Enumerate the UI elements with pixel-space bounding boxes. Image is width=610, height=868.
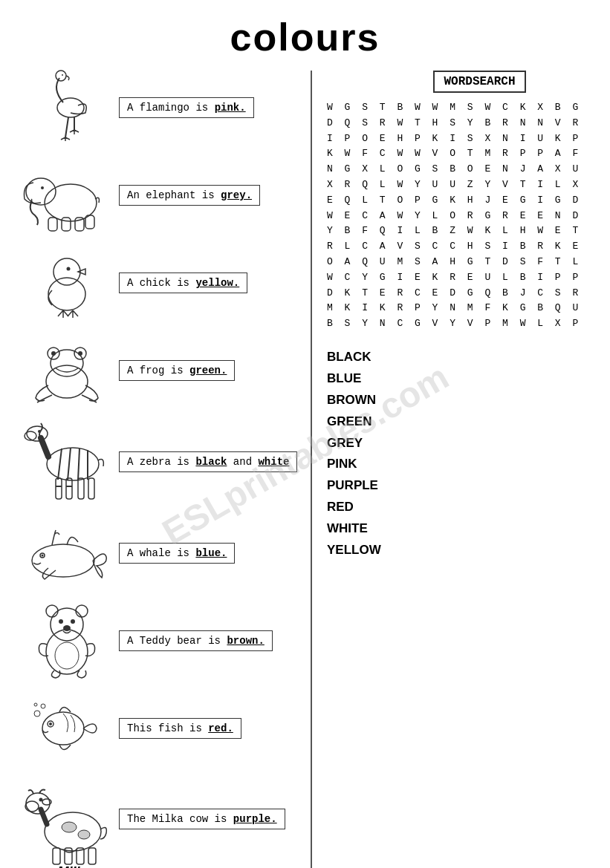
word-list-item: PURPLE [327, 475, 588, 497]
cow-label: The Milka cow is purple. [119, 809, 285, 829]
svg-point-45 [63, 625, 71, 631]
animal-row-zebra: A zebra is black and white [22, 421, 303, 503]
svg-rect-31 [78, 478, 84, 499]
frog-label-text: A frog is green. [127, 365, 227, 376]
word-list-item: BLUE [327, 368, 588, 390]
page-title: colours [22, 15, 588, 59]
word-list-item: BROWN [327, 390, 588, 411]
wordsearch-grid: W G S T B W W M S W C K X B GD Q S R W T… [327, 100, 588, 332]
svg-point-7 [41, 186, 44, 189]
svg-line-23 [68, 448, 71, 480]
flamingo-label-text: A flamingo is pink. [127, 102, 246, 114]
bear-label-text: A Teddy bear is brown. [127, 635, 265, 647]
bear-label: A Teddy bear is brown. [119, 630, 273, 651]
svg-point-41 [46, 605, 58, 617]
svg-point-48 [49, 722, 52, 725]
word-list-item: WHITE [327, 518, 588, 540]
whale-label-text: A whale is blue. [127, 547, 227, 559]
cow-image [22, 786, 111, 868]
cow-label-text: The Milka cow is purple. [127, 813, 277, 825]
svg-point-42 [76, 605, 88, 617]
svg-line-24 [78, 448, 80, 480]
zebra-image [22, 425, 111, 499]
svg-point-13 [53, 258, 80, 285]
svg-point-40 [51, 608, 83, 641]
chick-image [22, 246, 111, 320]
frog-image [22, 333, 111, 408]
word-list: BLACKBLUEBROWNGREENGREYPINKPURPLEREDWHIT… [327, 347, 588, 561]
animal-row-frog: A frog is green. [22, 333, 303, 408]
svg-rect-29 [56, 478, 62, 499]
left-panel: A flamingo is pink. [22, 71, 312, 868]
svg-point-20 [78, 351, 82, 356]
svg-point-56 [25, 801, 39, 812]
svg-point-19 [51, 351, 56, 356]
fish-label: This fish is red. [119, 718, 241, 739]
word-list-item: RED [327, 497, 588, 518]
animal-row-cow: Milka The Milka cow is purple. [22, 779, 303, 868]
animal-row-bear: A Teddy bear is brown. [22, 604, 303, 678]
svg-point-39 [55, 642, 79, 669]
fish-image [22, 691, 111, 766]
animal-row-whale: A whale is blue. [22, 516, 303, 590]
milka-label: Milka [57, 864, 91, 868]
zebra-label: A zebra is black and white [119, 451, 297, 472]
svg-rect-62 [88, 848, 96, 864]
elephant-label-text: An elephant is grey. [127, 189, 252, 201]
svg-rect-59 [53, 848, 60, 864]
word-list-item: GREY [327, 433, 588, 454]
svg-point-21 [47, 448, 99, 480]
svg-point-43 [59, 619, 63, 624]
fish-label-text: This fish is red. [127, 722, 233, 734]
animal-row-chick: A chick is yellow. [22, 246, 303, 320]
svg-point-2 [62, 74, 63, 76]
svg-point-51 [34, 703, 37, 706]
right-panel: WORDSEARCH W G S T B W W M S W C K X B G… [312, 71, 588, 868]
wordsearch-title: WORDSEARCH [433, 71, 525, 93]
animal-row-fish: This fish is red. [22, 691, 303, 766]
zebra-label-text: A zebra is black and white [127, 456, 289, 468]
chick-label: A chick is yellow. [119, 273, 247, 293]
svg-point-50 [41, 704, 45, 708]
svg-line-3 [65, 117, 68, 137]
svg-point-26 [27, 426, 48, 441]
elephant-label: An elephant is grey. [119, 185, 260, 206]
svg-point-12 [48, 278, 85, 310]
word-list-item: PINK [327, 454, 588, 475]
bear-image [22, 604, 111, 678]
svg-point-53 [62, 822, 77, 832]
frog-label: A frog is green. [119, 360, 235, 381]
svg-point-37 [42, 555, 44, 557]
page: ESLprintables.com colours [0, 0, 610, 868]
word-list-item: YELLOW [327, 540, 588, 561]
flamingo-label: A flamingo is pink. [119, 97, 254, 118]
main-content: A flamingo is pink. [22, 71, 588, 868]
svg-rect-32 [88, 478, 94, 499]
svg-point-14 [67, 267, 71, 271]
chick-label-text: A chick is yellow. [127, 277, 239, 289]
svg-point-1 [56, 71, 66, 81]
flamingo-image [22, 71, 111, 145]
word-list-item: GREEN [327, 411, 588, 433]
svg-point-44 [71, 619, 75, 624]
svg-point-49 [34, 711, 40, 717]
svg-line-22 [58, 448, 62, 480]
svg-point-35 [32, 544, 94, 577]
whale-label: A whale is blue. [119, 543, 235, 564]
whale-image [22, 516, 111, 590]
animal-row-elephant: An elephant is grey. [22, 158, 303, 232]
elephant-image [22, 158, 111, 232]
svg-point-54 [78, 830, 90, 839]
svg-point-46 [42, 712, 84, 745]
svg-rect-30 [66, 478, 72, 499]
svg-rect-8 [48, 218, 57, 231]
word-list-item: BLACK [327, 347, 588, 368]
animal-row-flamingo: A flamingo is pink. [22, 71, 303, 145]
svg-point-38 [46, 630, 88, 674]
svg-point-6 [26, 178, 56, 205]
svg-rect-9 [62, 218, 71, 231]
